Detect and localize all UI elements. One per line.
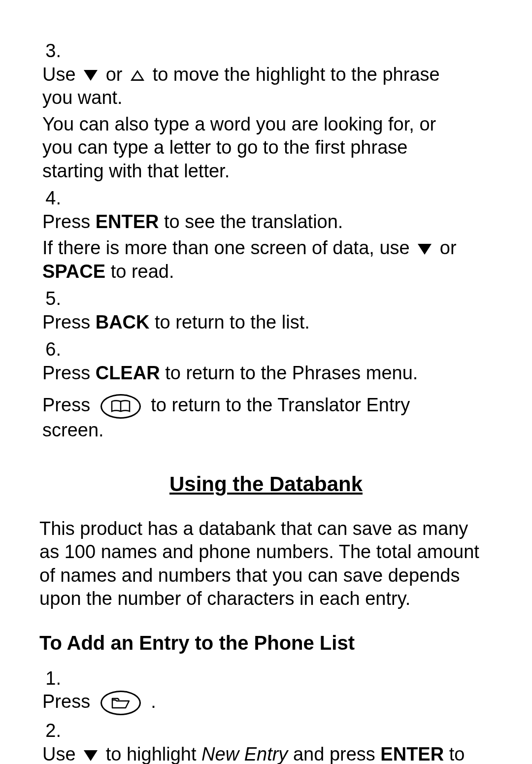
step-sub: Press to return to the Translator Entry … — [42, 394, 466, 442]
step-body: Press . — [42, 690, 466, 715]
step-body: Press ENTER to see the translation. If t… — [42, 210, 466, 284]
step-body: Use to highlight New Entry and press ENT… — [42, 743, 466, 764]
text: to read. — [105, 261, 174, 282]
text: Press — [42, 312, 96, 332]
step-body: Press CLEAR to return to the Phrases men… — [42, 362, 466, 442]
open-folder-icon — [111, 696, 131, 710]
key-enter: ENTER — [96, 211, 159, 232]
step-number: 3. — [39, 39, 61, 63]
text: to see the translation. — [159, 211, 343, 232]
text: Use — [42, 744, 81, 764]
key-enter: ENTER — [380, 744, 444, 764]
text: to highlight — [106, 744, 201, 764]
step-number: 6. — [39, 338, 61, 362]
italic-new-entry: New Entry — [201, 744, 288, 764]
step-sub: If there is more than one screen of data… — [42, 236, 466, 283]
text: If there is more than one screen of data… — [42, 237, 415, 258]
text: Press — [42, 691, 96, 712]
up-arrow-icon — [131, 70, 144, 81]
section-intro-paragraph: This product has a databank that can sav… — [39, 517, 493, 611]
key-back: BACK — [96, 312, 150, 332]
text: Use — [42, 64, 81, 85]
step-4: 4. Press ENTER to see the translation. I… — [39, 187, 493, 283]
step-body: Press BACK to return to the list. — [42, 311, 466, 334]
text: to return to the Translator Entry screen… — [42, 395, 410, 440]
step-3: 3. Use or to move the highlight to the p… — [39, 39, 493, 183]
book-button-icon — [100, 394, 141, 419]
open-book-icon — [111, 399, 131, 413]
step-number: 2. — [39, 719, 61, 743]
manual-page: 3. Use or to move the highlight to the p… — [0, 0, 532, 764]
subhead-add-entry: To Add an Entry to the Phone List — [39, 631, 493, 655]
step-number: 1. — [39, 667, 61, 691]
key-space: SPACE — [42, 261, 105, 282]
step-b1: 1. Press . — [39, 667, 493, 715]
text: . — [151, 691, 156, 712]
step-number: 4. — [39, 187, 61, 210]
text: or — [440, 237, 457, 258]
step-body: Use or to move the highlight to the phra… — [42, 63, 466, 183]
step-b2: 2. Use to highlight New Entry and press … — [39, 719, 493, 764]
down-arrow-icon — [84, 70, 98, 81]
text: and press — [288, 744, 380, 764]
text: to move the highlight to the phrase you … — [42, 64, 440, 108]
folder-button-icon — [100, 691, 141, 715]
text: Press — [42, 395, 96, 415]
text: Press — [42, 211, 96, 232]
key-clear: CLEAR — [96, 363, 160, 383]
step-5: 5. Press BACK to return to the list. — [39, 287, 493, 334]
text: or — [106, 64, 128, 85]
text: to return to the Phrases menu. — [160, 363, 418, 383]
text: Press — [42, 363, 96, 383]
section-title-databank: Using the Databank — [39, 471, 493, 498]
down-arrow-icon — [84, 750, 98, 761]
step-sub: You can also type a word you are looking… — [42, 113, 466, 183]
down-arrow-icon — [418, 244, 432, 255]
step-number: 5. — [39, 287, 61, 311]
text: to return to the list. — [149, 312, 309, 332]
step-6: 6. Press CLEAR to return to the Phrases … — [39, 338, 493, 442]
